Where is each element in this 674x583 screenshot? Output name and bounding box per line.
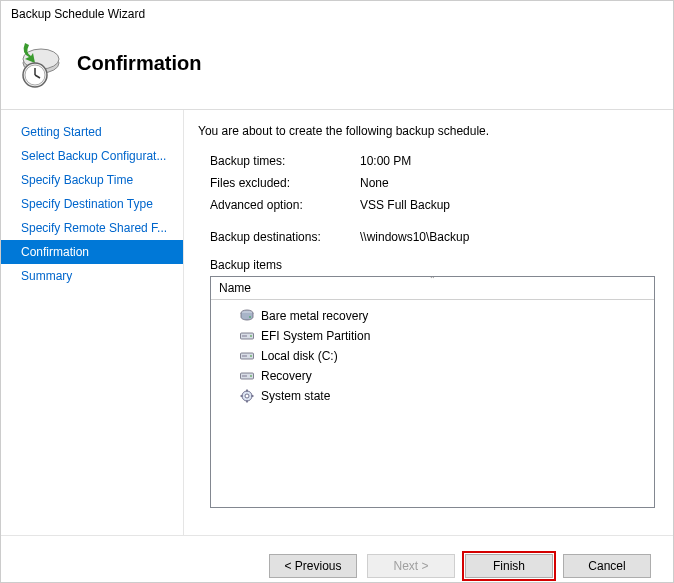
drive-icon xyxy=(239,368,255,384)
wizard-icon xyxy=(11,35,67,91)
sidebar-item-step-4[interactable]: Specify Remote Shared F... xyxy=(1,216,183,240)
svg-point-7 xyxy=(249,316,251,318)
wizard-footer: < Previous Next > Finish Cancel xyxy=(1,535,673,583)
svg-rect-10 xyxy=(242,335,247,337)
svg-rect-13 xyxy=(242,355,247,357)
sidebar-item-step-3[interactable]: Specify Destination Type xyxy=(1,192,183,216)
summary-row: Advanced option:VSS Full Backup xyxy=(198,194,655,216)
list-item-label: Bare metal recovery xyxy=(261,309,368,323)
summary-row: Files excluded:None xyxy=(198,172,655,194)
page-title: Confirmation xyxy=(77,52,201,75)
wizard-header: Confirmation xyxy=(1,27,673,110)
window-title: Backup Schedule Wizard xyxy=(1,1,673,27)
summary-value: VSS Full Backup xyxy=(360,198,450,212)
finish-button[interactable]: Finish xyxy=(465,554,553,578)
list-item-label: Local disk (C:) xyxy=(261,349,338,363)
sidebar-item-step-5[interactable]: Confirmation xyxy=(1,240,183,264)
intro-text: You are about to create the following ba… xyxy=(198,124,655,138)
list-item-label: Recovery xyxy=(261,369,312,383)
sidebar-item-step-1[interactable]: Select Backup Configurat... xyxy=(1,144,183,168)
list-item[interactable]: EFI System Partition xyxy=(211,326,654,346)
list-item[interactable]: Recovery xyxy=(211,366,654,386)
list-item-label: System state xyxy=(261,389,330,403)
summary-row: Backup times:10:00 PM xyxy=(198,150,655,172)
svg-point-15 xyxy=(250,375,252,377)
list-item[interactable]: System state xyxy=(211,386,654,406)
backup-items-label: Backup items xyxy=(198,248,655,276)
svg-point-9 xyxy=(250,335,252,337)
cancel-button[interactable]: Cancel xyxy=(563,554,651,578)
summary-value: 10:00 PM xyxy=(360,154,411,168)
svg-point-18 xyxy=(245,394,249,398)
summary-label: Backup times: xyxy=(210,154,360,168)
list-item-label: EFI System Partition xyxy=(261,329,370,343)
main-panel: You are about to create the following ba… xyxy=(184,110,673,535)
previous-button[interactable]: < Previous xyxy=(269,554,357,578)
sidebar-item-step-6[interactable]: Summary xyxy=(1,264,183,288)
disk-icon xyxy=(239,308,255,324)
gear-icon xyxy=(239,388,255,404)
sort-caret-icon: ⌃ xyxy=(429,276,436,284)
drive-icon xyxy=(239,328,255,344)
summary-value: None xyxy=(360,176,389,190)
backup-items-list[interactable]: ⌃ Name Bare metal recoveryEFI System Par… xyxy=(210,276,655,508)
list-item[interactable]: Bare metal recovery xyxy=(211,306,654,326)
next-button: Next > xyxy=(367,554,455,578)
list-column-header[interactable]: ⌃ Name xyxy=(211,277,654,300)
sidebar-item-step-0[interactable]: Getting Started xyxy=(1,120,183,144)
drive-icon xyxy=(239,348,255,364)
backup-destinations-label: Backup destinations: xyxy=(210,230,360,244)
svg-point-12 xyxy=(250,355,252,357)
backup-destinations-value: \\windows10\Backup xyxy=(360,230,469,244)
summary-label: Files excluded: xyxy=(210,176,360,190)
wizard-steps-sidebar: Getting StartedSelect Backup Configurat.… xyxy=(1,110,184,535)
sidebar-item-step-2[interactable]: Specify Backup Time xyxy=(1,168,183,192)
summary-label: Advanced option: xyxy=(210,198,360,212)
svg-rect-16 xyxy=(242,375,247,377)
list-item[interactable]: Local disk (C:) xyxy=(211,346,654,366)
